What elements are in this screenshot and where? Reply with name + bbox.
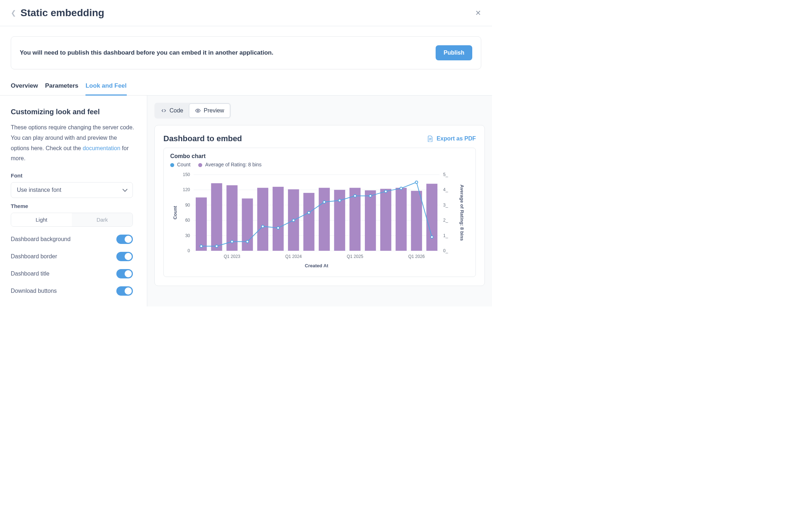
- combo-chart-svg: 03060901201500_1_2_3_4_5_Q1 2023Q1 2024Q…: [170, 170, 465, 270]
- svg-text:0_: 0_: [443, 248, 448, 253]
- svg-point-37: [231, 240, 233, 243]
- theme-dark[interactable]: Dark: [72, 213, 133, 226]
- code-preview-toggle: Code Preview: [154, 103, 231, 119]
- svg-point-42: [308, 212, 310, 214]
- tabs: Overview Parameters Look and Feel: [0, 82, 492, 96]
- svg-point-38: [246, 240, 249, 243]
- svg-text:Count: Count: [172, 206, 178, 220]
- svg-point-45: [354, 195, 356, 197]
- svg-text:4_: 4_: [443, 187, 448, 192]
- svg-text:Q1 2025: Q1 2025: [347, 254, 363, 259]
- code-toggle[interactable]: Code: [155, 103, 189, 118]
- preview-area: Code Preview Dashboard to embed Export a…: [147, 96, 492, 306]
- sidebar-description: These options require changing the serve…: [11, 123, 136, 164]
- document-icon: [427, 135, 433, 142]
- chevron-down-icon: [122, 187, 127, 192]
- font-select-value: Use instance font: [17, 187, 61, 193]
- toggle-dashboard-background: Dashboard background: [11, 235, 133, 244]
- toggle-dashboard-background-switch[interactable]: [116, 235, 133, 244]
- svg-point-46: [369, 195, 372, 197]
- svg-point-35: [200, 245, 203, 248]
- svg-text:Created At: Created At: [305, 263, 329, 268]
- svg-text:2_: 2_: [443, 218, 448, 223]
- documentation-link[interactable]: documentation: [83, 145, 120, 151]
- theme-light[interactable]: Light: [11, 213, 72, 226]
- svg-point-41: [292, 219, 295, 222]
- svg-rect-19: [196, 198, 207, 251]
- chart-legend: Count Average of Rating: 8 bins: [170, 162, 469, 167]
- svg-point-43: [323, 201, 325, 203]
- legend-avg: Average of Rating: 8 bins: [198, 162, 261, 167]
- page-header: ❮ Static embedding ✕: [0, 0, 492, 26]
- notice-text: You will need to publish this dashboard …: [20, 49, 273, 56]
- svg-rect-26: [303, 193, 315, 251]
- svg-rect-31: [380, 189, 391, 251]
- svg-point-39: [261, 225, 264, 228]
- svg-point-44: [338, 199, 341, 202]
- toggle-dashboard-border: Dashboard border: [11, 252, 133, 261]
- svg-text:Q1 2026: Q1 2026: [408, 254, 425, 259]
- svg-rect-33: [411, 191, 422, 251]
- tab-overview[interactable]: Overview: [11, 82, 38, 95]
- chart-plot: 03060901201500_1_2_3_4_5_Q1 2023Q1 2024Q…: [170, 170, 469, 272]
- font-select[interactable]: Use instance font: [11, 182, 133, 198]
- svg-text:90: 90: [185, 203, 190, 208]
- svg-text:Q1 2023: Q1 2023: [224, 254, 240, 259]
- svg-text:1_: 1_: [443, 233, 448, 238]
- svg-text:3_: 3_: [443, 203, 448, 208]
- svg-point-36: [215, 245, 218, 248]
- svg-text:5_: 5_: [443, 172, 448, 177]
- legend-dot-purple: [198, 163, 202, 167]
- svg-point-40: [277, 227, 279, 229]
- tab-parameters[interactable]: Parameters: [45, 82, 79, 95]
- font-label: Font: [11, 172, 136, 179]
- svg-text:150: 150: [183, 172, 190, 177]
- svg-rect-32: [396, 188, 407, 251]
- theme-label: Theme: [11, 203, 136, 209]
- svg-text:60: 60: [185, 218, 190, 223]
- svg-rect-23: [257, 188, 268, 251]
- svg-rect-34: [426, 184, 437, 251]
- dashboard-card: Dashboard to embed Export as PDF Combo c…: [154, 125, 485, 286]
- toggle-download-buttons: Download buttons: [11, 286, 133, 296]
- svg-text:0: 0: [187, 248, 190, 253]
- page-title: Static embedding: [20, 7, 475, 19]
- toggle-dashboard-title-switch[interactable]: [116, 269, 133, 278]
- back-icon[interactable]: ❮: [11, 9, 16, 17]
- chart-title: Combo chart: [170, 153, 469, 160]
- svg-point-0: [197, 110, 199, 111]
- svg-rect-30: [365, 190, 376, 251]
- chart-card: Combo chart Count Average of Rating: 8 b…: [163, 148, 476, 277]
- svg-point-49: [415, 181, 418, 184]
- theme-segmented: Light Dark: [11, 213, 133, 227]
- code-icon: [161, 108, 167, 114]
- svg-text:30: 30: [185, 233, 190, 238]
- svg-rect-20: [211, 183, 222, 251]
- svg-point-47: [385, 190, 387, 193]
- publish-notice: You will need to publish this dashboard …: [11, 36, 481, 69]
- svg-text:Average of Rating: 8 bins: Average of Rating: 8 bins: [459, 185, 465, 241]
- settings-sidebar: Customizing look and feel These options …: [0, 96, 147, 306]
- card-header: Dashboard to embed Export as PDF: [163, 134, 476, 143]
- svg-text:120: 120: [183, 187, 190, 192]
- svg-point-48: [400, 187, 402, 190]
- card-title: Dashboard to embed: [163, 134, 242, 143]
- tab-look-and-feel[interactable]: Look and Feel: [85, 82, 126, 96]
- svg-rect-24: [273, 187, 284, 251]
- sidebar-heading: Customizing look and feel: [11, 108, 136, 116]
- eye-icon: [195, 108, 201, 114]
- legend-count: Count: [170, 162, 190, 167]
- toggle-download-buttons-switch[interactable]: [116, 286, 133, 296]
- preview-toggle[interactable]: Preview: [189, 103, 230, 118]
- toggle-dashboard-title: Dashboard title: [11, 269, 133, 278]
- toggle-dashboard-border-switch[interactable]: [116, 252, 133, 261]
- svg-point-50: [431, 236, 433, 238]
- export-pdf-button[interactable]: Export as PDF: [427, 135, 476, 142]
- publish-button[interactable]: Publish: [436, 45, 472, 60]
- svg-text:Q1 2024: Q1 2024: [285, 254, 302, 259]
- svg-rect-27: [319, 188, 330, 251]
- close-icon[interactable]: ✕: [475, 9, 481, 17]
- legend-dot-blue: [170, 163, 174, 167]
- body: Customizing look and feel These options …: [0, 96, 492, 306]
